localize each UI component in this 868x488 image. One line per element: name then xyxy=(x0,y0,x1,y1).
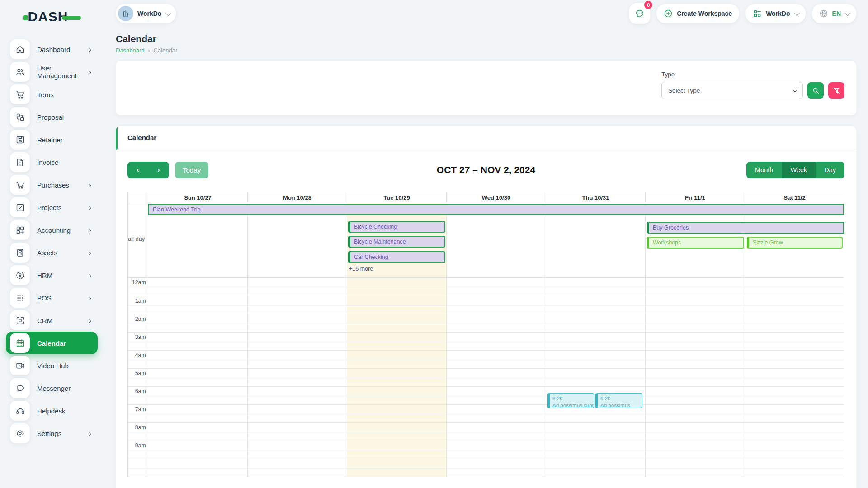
day-header: Tue 10/29 xyxy=(347,192,446,203)
retainer-icon xyxy=(10,130,30,150)
sidebar-item-label: POS xyxy=(37,294,89,302)
search-button[interactable] xyxy=(807,82,824,99)
page-title: Calendar xyxy=(116,33,856,44)
card-accent-bar xyxy=(116,126,118,150)
language-selector[interactable]: EN xyxy=(812,4,856,23)
chevron-down-icon xyxy=(845,10,851,16)
calendar-range-title: OCT 27 – NOV 2, 2024 xyxy=(127,164,844,175)
calendar-card-title: Calendar xyxy=(127,134,156,141)
sidebar-item-video-hub[interactable]: Video Hub xyxy=(6,354,98,377)
sidebar-item-label: Invoice xyxy=(37,159,93,166)
today-button[interactable]: Today xyxy=(175,162,208,178)
chevron-down-icon xyxy=(793,87,797,92)
view-month-button[interactable]: Month xyxy=(746,162,782,178)
grid-plus-icon xyxy=(753,9,762,18)
sidebar-item-items[interactable]: Items xyxy=(6,83,98,106)
main-content: Calendar Dashboard › Calendar Type Selec… xyxy=(104,27,868,488)
sidebar-item-label: Video Hub xyxy=(37,362,93,370)
sidebar-item-retainer[interactable]: Retainer xyxy=(6,128,98,151)
all-day-section[interactable]: all-day Plan Weekend Trip Bicycle Checki… xyxy=(128,203,844,278)
assets-icon xyxy=(10,243,30,263)
time-label: 6am xyxy=(128,388,146,394)
time-label: 9am xyxy=(128,442,146,449)
clear-filter-icon xyxy=(833,87,840,94)
chevron-down-icon xyxy=(794,10,800,16)
sidebar-item-hrm[interactable]: HRM› xyxy=(6,264,98,286)
settings-icon xyxy=(10,423,30,443)
chevron-right-icon: › xyxy=(89,46,93,53)
users-icon xyxy=(10,62,30,82)
sidebar-item-helpdesk[interactable]: Helpdesk xyxy=(6,399,98,422)
sidebar-item-purchases[interactable]: Purchases› xyxy=(6,174,98,196)
sidebar-item-messenger[interactable]: Messenger xyxy=(6,377,98,399)
sidebar-item-user-management[interactable]: User Management› xyxy=(6,61,98,83)
type-select[interactable]: Select Type xyxy=(661,82,803,99)
sidebar-item-crm[interactable]: CRM› xyxy=(6,309,98,332)
sidebar-item-label: Assets xyxy=(37,249,89,257)
event-buy-groceries[interactable]: Buy Groceries xyxy=(647,222,844,234)
calendar-grid: Sun 10/27Mon 10/28Tue 10/29Wed 10/30Thu … xyxy=(127,192,844,477)
sidebar-item-assets[interactable]: Assets› xyxy=(6,241,98,264)
sidebar-item-label: HRM xyxy=(37,272,89,279)
workspace-avatar xyxy=(118,6,133,21)
event-bicycle-maintenance[interactable]: Bicycle Maintenance xyxy=(348,236,445,248)
next-week-button[interactable]: › xyxy=(148,162,169,178)
sidebar-item-label: Settings xyxy=(37,430,89,437)
cart-icon xyxy=(10,84,30,104)
workdo-menu-button[interactable]: WorkDo xyxy=(745,4,805,23)
invoice-icon xyxy=(10,152,30,172)
prev-week-button[interactable]: ‹ xyxy=(127,162,148,178)
type-label: Type xyxy=(661,71,803,78)
time-label: 8am xyxy=(128,424,146,431)
event-timed-2[interactable]: 6:20 Ad possimus xyxy=(595,393,642,408)
time-grid-column-lines xyxy=(128,278,844,477)
crm-icon xyxy=(10,310,30,330)
breadcrumb-current: Calendar xyxy=(154,47,178,54)
more-events-link[interactable]: +15 more xyxy=(349,266,373,272)
time-label: 2am xyxy=(128,316,146,322)
day-header: Sun 10/27 xyxy=(148,192,247,203)
event-car-checking[interactable]: Car Checking xyxy=(348,251,445,263)
sidebar-item-calendar[interactable]: Calendar xyxy=(6,332,98,354)
breadcrumb: Dashboard › Calendar xyxy=(116,47,856,54)
event-plan-weekend-trip[interactable]: Plan Weekend Trip xyxy=(148,204,844,215)
day-header: Fri 11/1 xyxy=(645,192,745,203)
workspace-switcher[interactable]: WorkDo xyxy=(116,4,176,23)
helpdesk-icon xyxy=(10,401,30,421)
sidebar-item-accounting[interactable]: Accounting› xyxy=(6,219,98,241)
sidebar-item-pos[interactable]: POS› xyxy=(6,286,98,309)
day-header: Wed 10/30 xyxy=(446,192,546,203)
sidebar-item-label: User Management xyxy=(37,64,89,80)
video-icon xyxy=(10,356,30,375)
chevron-down-icon xyxy=(165,10,171,16)
time-label: 12am xyxy=(128,279,146,286)
day-header: Mon 10/28 xyxy=(247,192,347,203)
sidebar-item-proposal[interactable]: Proposal xyxy=(6,106,98,128)
app-logo[interactable]: DASH xyxy=(0,0,104,29)
notifications-button[interactable]: 0 xyxy=(629,3,650,24)
event-workshops[interactable]: Workshops xyxy=(647,237,744,249)
all-day-label: all-day xyxy=(128,236,148,242)
event-sizzle-grow[interactable]: Sizzle Grow xyxy=(747,237,843,249)
event-timed-1[interactable]: 6:20 Ad possimus sunt xyxy=(547,393,594,408)
calendar-card-header: Calendar xyxy=(116,126,856,150)
event-bicycle-checking[interactable]: Bicycle Checking xyxy=(348,221,445,233)
day-header: Sat 11/2 xyxy=(745,192,844,203)
day-header-row: Sun 10/27Mon 10/28Tue 10/29Wed 10/30Thu … xyxy=(128,192,844,203)
notification-badge: 0 xyxy=(644,1,652,9)
sidebar-item-projects[interactable]: Projects› xyxy=(6,196,98,219)
view-day-button[interactable]: Day xyxy=(816,162,844,178)
view-week-button[interactable]: Week xyxy=(782,162,816,178)
create-workspace-button[interactable]: Create Workspace xyxy=(656,4,739,23)
sidebar-item-invoice[interactable]: Invoice xyxy=(6,151,98,174)
chevron-right-icon: › xyxy=(89,181,93,189)
sidebar: DASH Dashboard›User Management›ItemsProp… xyxy=(0,0,104,488)
sidebar-item-label: Retainer xyxy=(37,136,93,144)
pos-icon xyxy=(10,288,30,308)
sidebar-item-settings[interactable]: Settings› xyxy=(6,422,98,445)
chevron-right-icon: › xyxy=(89,226,93,234)
sidebar-item-dashboard[interactable]: Dashboard› xyxy=(6,38,98,61)
reset-filter-button[interactable] xyxy=(828,82,844,99)
time-grid[interactable]: 12am1am2am3am4am5am6am7am8am9am 6:20 Ad … xyxy=(128,278,844,477)
breadcrumb-dashboard-link[interactable]: Dashboard xyxy=(116,47,145,54)
